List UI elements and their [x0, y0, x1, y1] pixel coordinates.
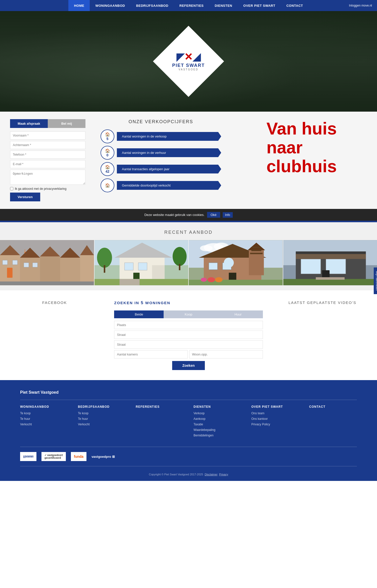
- search-tab-huur[interactable]: Huur: [213, 310, 263, 318]
- properties-grid: ↓: [0, 240, 377, 285]
- form-tabs: Maak afspraak Bel mij: [10, 119, 85, 128]
- cookie-ok-button[interactable]: Oké: [207, 212, 220, 218]
- vastgoedcert-text: ✓ vastgoedcertgecertificeerd: [44, 454, 63, 459]
- logo-sub: VASTGOED: [172, 68, 205, 71]
- tab-maak-afspraak[interactable]: Maak afspraak: [10, 119, 48, 128]
- cookie-text: Deze website maakt gebruik van cookies.: [144, 213, 204, 217]
- voornaam-input[interactable]: [10, 131, 85, 140]
- footer-link-bemiddelingen[interactable]: Bemiddelingen: [194, 434, 241, 437]
- footer-link-tehuur-1[interactable]: Te huur: [20, 417, 68, 421]
- video-col: LAATST GEPLAATSTE VIDEO'S: [273, 300, 372, 370]
- footer-col-diensten: DIENSTEN Verkoop Aankoop Taxatie Waardeb…: [194, 405, 241, 439]
- svg-text:↓: ↓: [24, 247, 27, 254]
- achternaam-input[interactable]: [10, 141, 85, 149]
- svg-rect-30: [179, 264, 180, 270]
- footer-col-title-4: DIENSTEN: [194, 405, 241, 409]
- svg-rect-13: [3, 260, 8, 265]
- search-count: 5: [141, 300, 144, 305]
- submit-button[interactable]: Versturen: [10, 193, 40, 201]
- tab-bel-mij[interactable]: Bel mij: [48, 119, 85, 128]
- footer-link-verkocht-1[interactable]: Verkocht: [20, 423, 68, 426]
- search-plaats-input[interactable]: [114, 321, 263, 329]
- nav-item-diensten[interactable]: DIENSTEN: [209, 0, 238, 11]
- svg-rect-14: [13, 260, 18, 265]
- login-button[interactable]: Inloggen move.nl: [349, 4, 372, 7]
- footer-col-woningaanbod: WONINGAANBOD Te koop Te huur Verkocht: [20, 405, 68, 439]
- nav-item-referenties[interactable]: REFERENTIES: [174, 0, 209, 11]
- nwwi-logo: |||NWWI: [20, 452, 36, 461]
- search-kamers-input[interactable]: [114, 350, 188, 358]
- verkoopcijfers-title: ONZE VERKOOPCIJFERS: [101, 119, 221, 124]
- svg-rect-60: [296, 254, 366, 259]
- stat-icon-4: 🏠: [105, 183, 110, 188]
- footer-link-waardebepaling[interactable]: Waardebepaling: [194, 428, 241, 432]
- property-card-4[interactable]: [283, 240, 377, 285]
- footer-link-taxatie[interactable]: Taxatie: [194, 423, 241, 426]
- svg-rect-61: [283, 279, 377, 285]
- hero-section: ◤✕◢ PIET SWART VASTGOED: [0, 11, 377, 112]
- opmerkingen-input[interactable]: [10, 170, 85, 185]
- footer-col-contact: CONTACT: [309, 405, 357, 439]
- footer-link-verkocht-2[interactable]: Verkocht: [78, 423, 126, 426]
- footer-link-verkoop[interactable]: Verkoop: [194, 412, 241, 415]
- stat-label-3: Aantal transacties afgelopen jaar: [117, 165, 221, 173]
- disclaimer-link[interactable]: Disclaimer: [205, 473, 217, 476]
- telefoon-input[interactable]: [10, 151, 85, 159]
- search-tab-beide[interactable]: Beide: [114, 310, 164, 318]
- search-tab-koop[interactable]: Koop: [164, 310, 213, 318]
- svg-rect-4: [20, 258, 40, 285]
- privacy-checkbox[interactable]: [10, 187, 13, 190]
- sidebar-favorites[interactable]: Mijn favorieten: [374, 267, 377, 294]
- footer-col-title-6: CONTACT: [309, 405, 357, 409]
- footer-link-ons-team[interactable]: Ons team: [251, 412, 299, 415]
- svg-rect-32: [119, 279, 139, 285]
- funda-text: funda: [74, 455, 83, 459]
- vastgoedcert-logo: ✓ vastgoedcertgecertificeerd: [41, 452, 66, 461]
- footer-brand: Piet Swart Vastgoed: [20, 390, 357, 395]
- footer-col-title-3: REFERENTIES: [136, 405, 183, 409]
- email-input[interactable]: [10, 160, 85, 168]
- facebook-title: FACEBOOK: [5, 300, 104, 305]
- cookie-info-button[interactable]: Info: [223, 212, 233, 218]
- search-woon-input[interactable]: [189, 350, 263, 358]
- svg-rect-10: [80, 255, 94, 285]
- search-straat-input[interactable]: [114, 331, 263, 339]
- logo-x-blue-left: ◤: [176, 51, 184, 62]
- privacy-link[interactable]: Privacy: [219, 473, 228, 476]
- svg-point-51: [215, 277, 223, 282]
- logo-inner: ◤✕◢ PIET SWART VASTGOED: [172, 52, 205, 71]
- footer-link-tehuur-2[interactable]: Te huur: [78, 417, 126, 421]
- nav-items: HOME WONINGAANBOD BEDRIJFSAANBOD REFEREN…: [68, 0, 308, 11]
- footer-link-tekoop-1[interactable]: Te koop: [20, 412, 68, 415]
- search-tabs: Beide Koop Huur: [114, 310, 263, 318]
- footer-col-title-2: BEDRIJFSAANBOD: [78, 405, 126, 409]
- stat-circle-4: 🏠: [101, 178, 114, 192]
- footer-link-aankoop[interactable]: Aankoop: [194, 417, 241, 421]
- contact-form-area: Maak afspraak Bel mij Ik ga akkoord met …: [10, 119, 85, 201]
- vastgoedpro-logo: vastgoedpro ⊞: [91, 455, 115, 459]
- nav-item-home[interactable]: HOME: [68, 0, 90, 11]
- footer-cols: WONINGAANBOD Te koop Te huur Verkocht BE…: [20, 405, 357, 439]
- promo-line-3: clubhuis: [266, 157, 337, 176]
- search-straat2-input[interactable]: [114, 340, 263, 349]
- footer-link-privacy-policy[interactable]: Privacy Policy: [251, 423, 299, 426]
- stat-circle-1: 🏠 5: [101, 129, 114, 143]
- nav-item-bedrijfsaanbod[interactable]: BEDRIJFSAANBOD: [130, 0, 174, 11]
- cookie-banner: Deze website maakt gebruik van cookies. …: [0, 209, 377, 221]
- logo-x: ◤✕◢: [172, 52, 205, 62]
- footer-logos: |||NWWI ✓ vastgoedcertgecertificeerd fun…: [20, 447, 357, 466]
- promo-line-2: naar: [266, 138, 337, 157]
- nav-item-over-piet-swart[interactable]: OVER PIET SWART: [238, 0, 281, 11]
- footer-col-referenties: REFERENTIES: [136, 405, 183, 439]
- search-button[interactable]: Zoeken: [172, 361, 205, 370]
- property-card-3[interactable]: [189, 240, 283, 285]
- svg-rect-31: [95, 279, 189, 285]
- nav-item-contact[interactable]: CONTACT: [281, 0, 308, 11]
- stat-label-1: Aantal woningen in de verkoop: [117, 132, 221, 141]
- footer-col-title-1: WONINGAANBOD: [20, 405, 68, 409]
- property-card-1[interactable]: ↓: [0, 240, 94, 285]
- property-card-2[interactable]: [95, 240, 189, 285]
- nav-item-woningaanbod[interactable]: WONINGAANBOD: [90, 0, 130, 11]
- footer-link-tekoop-2[interactable]: Te koop: [78, 412, 126, 415]
- footer-link-ons-kantoor[interactable]: Ons kantoor: [251, 417, 299, 421]
